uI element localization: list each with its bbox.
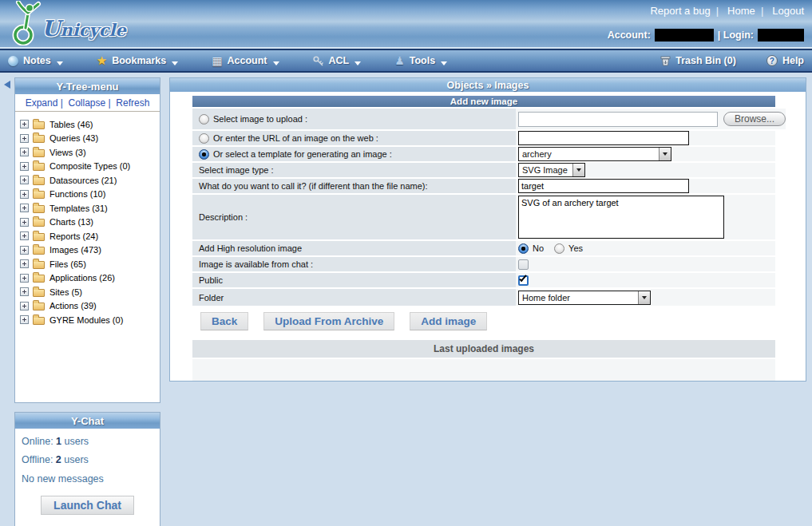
template-radio[interactable] [199,149,209,160]
folder-icon [33,233,45,241]
tree-item-datasources[interactable]: Datasources (21) [20,173,160,188]
description-label-cell: Description : [192,195,516,239]
back-button[interactable]: Back [200,312,248,330]
trash-bin-button[interactable]: Trash Bin (0) [660,55,736,66]
highres-no-label: No [533,243,544,253]
folder-select[interactable]: Home folder [518,291,651,305]
expand-plus-icon[interactable] [20,134,29,143]
tree-item-actions[interactable]: Actions (39) [20,299,160,314]
nav-item-tools[interactable]: Tools [394,53,447,68]
tree-item-composite-types[interactable]: Composite Types (0) [20,160,160,174]
highres-label-cell: Add High resolution image [192,241,516,255]
folder-icon [33,289,45,297]
tree-item-applications[interactable]: Applications (26) [20,271,160,286]
browse-button[interactable]: Browse... [723,112,786,126]
last-uploaded-header: Last uploaded images [192,340,775,358]
help-button[interactable]: Help [766,55,804,66]
tree-item-images[interactable]: Images (473) [20,243,160,258]
expand-plus-icon[interactable] [20,287,29,296]
expand-plus-icon[interactable] [20,204,29,212]
description-textarea[interactable]: SVG of an archery target [518,196,724,239]
name-label: What do you want to call it? (if differe… [199,181,428,191]
report-a-bug-link[interactable]: Report a bug [650,5,724,17]
tree-item-views[interactable]: Views (3) [20,145,160,160]
folder-icon [33,303,45,310]
expand-plus-icon[interactable] [20,162,29,171]
highres-yes-radio[interactable] [554,243,564,254]
tree-item-gyre-modules[interactable]: GYRE Modules (0) [20,313,160,327]
tree-item-label: Files (65) [50,259,86,269]
template-select-value: archery [519,148,659,160]
tree-collapse-link[interactable]: Collapse [68,97,113,109]
nav-item-account[interactable]: Account [212,53,279,68]
tree-item-label: GYRE Modules (0) [50,315,123,325]
image-type-value-cell: SVG Image [516,163,775,177]
template-select[interactable]: archery [518,147,671,161]
nav-item-acl[interactable]: ACL [313,55,362,66]
expand-plus-icon[interactable] [20,148,29,156]
tree-item-queries[interactable]: Queries (43) [20,132,160,146]
url-radio[interactable] [199,133,209,144]
tree-item-charts[interactable]: Charts (13) [20,216,160,230]
folder-icon [33,317,45,325]
chat-available-label: Image is available from chat : [199,259,313,269]
folder-icon [33,275,45,283]
file-upload-field[interactable] [518,112,718,127]
folder-icon [33,205,45,213]
form-action-buttons: Back Upload From Archive Add image [200,312,775,330]
main-content-panel: Objects » Images Add new image Select im… [169,77,806,382]
expand-plus-icon[interactable] [20,190,29,199]
launch-chat-button[interactable]: Launch Chat [41,496,134,515]
chat-available-value-cell [516,257,775,271]
add-image-form: Add new image Select image to upload : B… [192,96,775,382]
expand-plus-icon[interactable] [20,218,29,227]
select-arrow-icon[interactable] [659,148,671,160]
expand-plus-icon[interactable] [20,274,29,283]
upload-from-archive-button[interactable]: Upload From Archive [263,312,394,330]
tree-refresh-link[interactable]: Refresh [116,97,149,109]
nav-item-bookmarks[interactable]: Bookmarks [97,53,179,68]
url-input[interactable] [518,131,689,145]
tree-item-sites[interactable]: Sites (5) [20,285,160,299]
tree-item-label: Queries (43) [50,133,98,143]
tree-item-label: Templates (31) [50,204,108,213]
tree-item-functions[interactable]: Functions (10) [20,188,160,202]
home-link[interactable]: Home [727,5,770,17]
expand-plus-icon[interactable] [20,246,29,255]
expand-plus-icon[interactable] [20,302,29,310]
add-image-button[interactable]: Add image [410,312,487,330]
tree-item-files[interactable]: Files (65) [20,257,160,271]
chevron-down-icon [172,61,178,65]
tree-item-tables[interactable]: Tables (46) [20,117,160,132]
online-suffix: users [65,436,89,447]
expand-plus-icon[interactable] [20,315,29,324]
chat-available-checkbox[interactable] [518,259,529,270]
nav-label-bookmarks: Bookmarks [112,55,166,66]
expand-plus-icon[interactable] [20,120,29,129]
sidebar-collapse-arrow-icon[interactable] [4,81,10,89]
upload-value-cell: Browse... [516,109,786,129]
select-arrow-icon[interactable] [572,164,584,176]
upload-radio[interactable] [199,114,209,125]
upload-label-cell: Select image to upload : [192,109,516,129]
top-header: Unicycle Report a bug Home Logout Accoun… [0,0,812,48]
tree-item-reports[interactable]: Reports (24) [20,229,160,243]
expand-plus-icon[interactable] [20,259,29,268]
highres-no-radio[interactable] [518,243,529,254]
login-label: | Login: [718,30,754,41]
breadcrumb: Objects » Images [170,78,806,92]
trash-bin-label: Trash Bin (0) [675,55,736,66]
nav-item-notes[interactable]: Notes [8,55,63,66]
tree-item-templates[interactable]: Templates (31) [20,201,160,216]
image-type-select[interactable]: SVG Image [518,163,585,177]
notes-icon [8,56,18,66]
select-arrow-icon[interactable] [638,291,650,304]
image-name-input[interactable] [518,179,689,193]
expand-plus-icon[interactable] [20,176,29,184]
logout-link[interactable]: Logout [772,5,804,17]
tree-expand-link[interactable]: Expand [26,97,66,109]
description-label: Description : [199,212,248,222]
app-logo[interactable]: Unicycle [11,1,126,45]
expand-plus-icon[interactable] [20,231,29,240]
nav-right-group: Trash Bin (0) Help [630,55,804,66]
